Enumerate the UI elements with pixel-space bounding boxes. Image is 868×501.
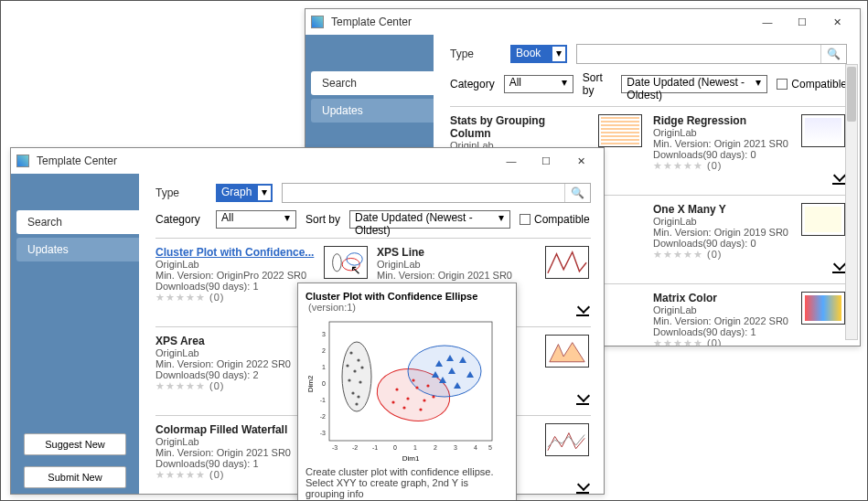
svg-text:-1: -1	[320, 397, 326, 403]
svg-text:4: 4	[474, 444, 477, 451]
close-button[interactable]: ✕	[820, 12, 854, 32]
download-icon[interactable]	[576, 478, 591, 493]
titlebar[interactable]: Template Center — ☐ ✕	[11, 148, 604, 174]
sortby-select[interactable]: Date Updated (Newest - Oldest)▾	[349, 210, 510, 229]
type-label: Type	[450, 48, 501, 60]
svg-point-38	[412, 378, 414, 381]
svg-text:-3: -3	[320, 430, 326, 436]
type-select[interactable]: Graph▾	[216, 184, 273, 202]
template-item[interactable]: One X Many Y OriginLab Min. Version: Ori…	[653, 203, 790, 261]
search-box[interactable]: 🔍	[282, 183, 591, 203]
svg-text:-2: -2	[320, 413, 326, 420]
tab-search[interactable]: Search	[311, 71, 434, 95]
thumbnail[interactable]	[801, 114, 845, 147]
minimize-button[interactable]: —	[494, 151, 529, 171]
compatible-checkbox[interactable]: Compatible	[520, 213, 590, 226]
template-item[interactable]: XPS Area OriginLab Min. Version: Origin …	[155, 335, 315, 392]
sortby-label: Sort by	[583, 71, 613, 97]
sortby-select[interactable]: Date Updated (Newest - Oldest)▾	[621, 75, 767, 93]
svg-text:-2: -2	[352, 444, 358, 451]
suggest-new-button[interactable]: Suggest New	[24, 433, 126, 455]
svg-point-24	[357, 358, 359, 361]
search-box[interactable]: 🔍	[576, 44, 847, 64]
thumbnail[interactable]	[545, 246, 589, 279]
svg-point-36	[402, 406, 405, 409]
svg-text:2: 2	[322, 347, 326, 354]
template-item[interactable]: Cluster Plot with Confidence... OriginLa…	[155, 246, 315, 304]
svg-point-30	[360, 366, 363, 368]
rating-stars: ★★★★★ (0)	[653, 249, 790, 261]
svg-point-20	[342, 342, 371, 411]
svg-point-40	[432, 395, 434, 398]
xlabel: Dim1	[402, 454, 420, 463]
svg-text:5: 5	[488, 444, 492, 451]
svg-point-35	[415, 386, 418, 389]
thumbnail[interactable]	[801, 292, 845, 325]
search-input[interactable]	[577, 48, 820, 60]
svg-text:1: 1	[322, 364, 326, 370]
category-label: Category	[155, 213, 207, 226]
tab-updates[interactable]: Updates	[16, 238, 139, 261]
rating-stars: ★★★★★ (0)	[653, 160, 790, 172]
search-input[interactable]	[283, 187, 564, 199]
type-select[interactable]: Book▾	[510, 45, 567, 63]
svg-text:0: 0	[322, 380, 326, 387]
submit-new-button[interactable]: Submit New	[24, 466, 126, 488]
ylabel: Dim2	[306, 375, 315, 392]
maximize-button[interactable]: ☐	[785, 12, 820, 32]
svg-point-39	[391, 400, 394, 403]
template-item[interactable]: XPS Line OriginLab Min. Version: Origin …	[377, 246, 536, 281]
rating-stars: ★★★★★ (0)	[155, 469, 315, 481]
maximize-button[interactable]: ☐	[529, 151, 563, 171]
close-button[interactable]: ✕	[563, 151, 598, 171]
search-icon[interactable]: 🔍	[820, 45, 846, 63]
svg-point-0	[333, 254, 342, 272]
svg-text:-1: -1	[372, 444, 378, 451]
category-label: Category	[450, 78, 495, 91]
download-icon[interactable]	[576, 301, 591, 315]
template-item[interactable]: Matrix Color OriginLab Min. Version: Ori…	[653, 292, 790, 346]
search-icon[interactable]: 🔍	[564, 184, 590, 202]
svg-point-27	[351, 391, 354, 394]
svg-point-37	[423, 399, 425, 401]
rating-stars: ★★★★★ (0)	[653, 337, 790, 346]
tooltip-preview: Cluster Plot with Confidence Ellipse (ve…	[297, 282, 517, 501]
svg-point-28	[355, 402, 358, 405]
svg-text:2: 2	[434, 444, 437, 451]
svg-point-33	[395, 388, 398, 390]
sidebar: Search Updates Suggest New Submit New	[11, 174, 139, 494]
category-select[interactable]: All▾	[504, 75, 573, 93]
svg-text:3: 3	[454, 444, 457, 451]
tab-updates[interactable]: Updates	[311, 99, 434, 123]
template-item[interactable]: Ridge Regression OriginLab Min. Version:…	[653, 114, 790, 172]
download-icon[interactable]	[576, 389, 591, 404]
svg-point-34	[406, 397, 409, 400]
svg-point-25	[353, 369, 356, 372]
type-label: Type	[155, 187, 207, 199]
sortby-label: Sort by	[305, 213, 340, 226]
svg-point-42	[426, 384, 429, 387]
template-link[interactable]: Cluster Plot with Confidence...	[155, 246, 314, 259]
svg-text:-3: -3	[332, 444, 338, 451]
thumbnail[interactable]	[545, 335, 589, 368]
tooltip-chart: -3-2-1 0123 -3-2-1 012 345 Dim1 Dim2	[305, 316, 498, 463]
category-select[interactable]: All▾	[216, 210, 296, 229]
minimize-button[interactable]: —	[750, 12, 785, 32]
svg-point-41	[419, 408, 422, 410]
scrollbar[interactable]	[845, 64, 858, 340]
thumbnail[interactable]	[598, 114, 642, 147]
svg-point-31	[346, 364, 348, 367]
compatible-checkbox[interactable]: Compatible	[777, 78, 847, 91]
window-title: Template Center	[37, 155, 494, 167]
tab-search[interactable]: Search	[16, 210, 139, 234]
window-title: Template Center	[331, 16, 750, 28]
svg-point-32	[357, 395, 359, 398]
svg-text:0: 0	[393, 444, 397, 451]
svg-text:1: 1	[413, 444, 417, 451]
cursor-icon: ↖	[350, 262, 361, 277]
rating-stars: ★★★★★ (0)	[155, 380, 315, 392]
thumbnail[interactable]	[545, 423, 589, 456]
titlebar[interactable]: Template Center — ☐ ✕	[305, 9, 860, 35]
template-item[interactable]: Colormap Filled Waterfall OriginLab Min.…	[155, 423, 315, 481]
thumbnail[interactable]	[801, 203, 845, 236]
